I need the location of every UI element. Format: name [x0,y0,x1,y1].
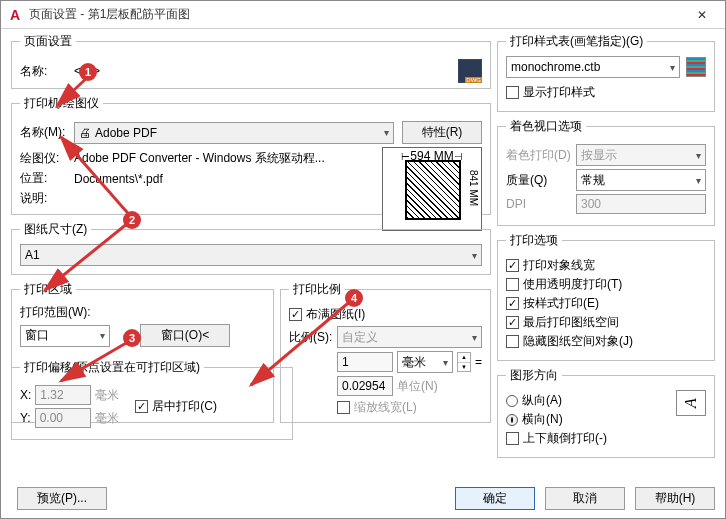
chevron-down-icon: ▾ [670,62,675,73]
y-input: 0.00 [35,408,91,428]
scale-lineweight-checkbox: 缩放线宽(L) [337,399,482,416]
landscape-radio[interactable]: 横向(N) [506,411,676,428]
x-label: X: [20,388,31,402]
paper-size-select[interactable]: A1 ▾ [20,244,482,266]
desc-label: 说明: [20,190,74,207]
plot-range-value: 窗口 [25,327,49,344]
close-icon: ✕ [697,8,707,22]
drawing-unit-label: 单位(N) [397,378,438,395]
printer-name-value: Adobe PDF [95,126,157,140]
page-setup-legend: 页面设置 [20,33,76,50]
window-title: 页面设置 - 第1层板配筋平面图 [29,6,679,23]
page-setup-name-value: <无> [74,63,458,80]
plotter-value: Adobe PDF Converter - Windows 系统驱动程... [74,150,325,167]
dpi-input: 300 [576,194,706,214]
x-unit: 毫米 [95,387,119,404]
chevron-down-icon: ▾ [443,357,448,368]
plot-lineweights-checkbox[interactable]: 打印对象线宽 [506,257,706,274]
quality-label: 质量(Q) [506,172,576,189]
printer-name-label: 名称(M): [20,124,74,141]
x-input: 1.32 [35,385,91,405]
window-button[interactable]: 窗口(O)< [140,324,230,347]
plot-scale-group: 打印比例 布满图纸(I) 比例(S): 自定义 ▾ 1 毫米▾ ▲▼ = [280,281,491,423]
plotter-label: 绘图仪: [20,150,74,167]
scale-lw-label: 缩放线宽(L) [354,399,417,416]
plot-style-group: 打印样式表(画笔指定)(G) monochrome.ctb ▾ 显示打印样式 [497,33,715,112]
scale-label: 比例(S): [289,329,337,346]
ok-button[interactable]: 确定 [455,487,535,510]
portrait-radio[interactable]: 纵向(A) [506,392,676,409]
plot-with-styles-checkbox[interactable]: 按样式打印(E) [506,295,706,312]
printer-name-select[interactable]: 🖨 Adobe PDF ▾ [74,122,394,144]
page-setup-dialog: A 页面设置 - 第1层板配筋平面图 ✕ 页面设置 名称: <无> 打印机/绘图… [0,0,726,519]
dwg-icon [458,59,482,83]
properties-button[interactable]: 特性(R) [402,121,482,144]
plot-offset-group: 打印偏移(原点设置在可打印区域) X:1.32毫米 Y:0.00毫米 居中打印(… [11,359,293,440]
hide-paperspace-objects-checkbox[interactable]: 隐藏图纸空间对象(J) [506,333,706,350]
plot-options-group: 打印选项 打印对象线宽 使用透明度打印(T) 按样式打印(E) 最后打印图纸空间… [497,232,715,361]
paper-height: 841 MM [468,170,479,206]
quality-select[interactable]: 常规▾ [576,169,706,191]
app-icon: A [7,7,23,23]
unit-spinner[interactable]: ▲▼ [457,352,471,372]
printer-legend: 打印机/绘图仪 [20,95,103,112]
plot-offset-legend: 打印偏移(原点设置在可打印区域) [20,359,204,376]
position-value: Documents\*.pdf [74,172,163,186]
orientation-icon: A [676,390,706,416]
show-styles-label: 显示打印样式 [523,84,595,101]
orientation-legend: 图形方向 [506,367,562,384]
unit-select[interactable]: 毫米▾ [397,351,453,373]
pdf-icon: 🖨 [79,126,91,140]
plot-paperspace-last-checkbox[interactable]: 最后打印图纸空间 [506,314,706,331]
cancel-button[interactable]: 取消 [545,487,625,510]
shade-plot-select: 按显示▾ [576,144,706,166]
paper-size-group: 图纸尺寸(Z) A1 ▾ [11,221,491,275]
chevron-down-icon: ▾ [384,127,389,138]
titlebar[interactable]: A 页面设置 - 第1层板配筋平面图 ✕ [1,1,725,29]
paper-size-legend: 图纸尺寸(Z) [20,221,91,238]
dpi-label: DPI [506,197,576,211]
chevron-down-icon: ▾ [696,150,701,161]
chevron-down-icon: ▾ [472,250,477,261]
scale-value: 自定义 [342,329,378,346]
center-plot-checkbox[interactable]: 居中打印(C) [135,384,217,429]
plot-area-legend: 打印区域 [20,281,76,298]
upside-down-checkbox[interactable]: 上下颠倒打印(-) [506,430,676,447]
shade-plot-label: 着色打印(D) [506,147,576,164]
plot-style-legend: 打印样式表(画笔指定)(G) [506,33,647,50]
chevron-down-icon: ▾ [100,330,105,341]
shade-viewport-legend: 着色视口选项 [506,118,586,135]
paper-preview: ⊢594 MM⊣ 841 MM [382,147,482,231]
y-unit: 毫米 [95,410,119,427]
help-button[interactable]: 帮助(H) [635,487,715,510]
plot-transparency-checkbox[interactable]: 使用透明度打印(T) [506,276,706,293]
plot-style-select[interactable]: monochrome.ctb ▾ [506,56,680,78]
y-label: Y: [20,411,31,425]
fit-label: 布满图纸(I) [306,306,365,323]
fit-to-paper-checkbox[interactable]: 布满图纸(I) [289,306,482,323]
plot-range-select[interactable]: 窗口 ▾ [20,325,110,347]
plot-style-value: monochrome.ctb [511,60,600,74]
close-button[interactable]: ✕ [679,1,725,29]
position-label: 位置: [20,170,74,187]
printer-group: 打印机/绘图仪 名称(M): 🖨 Adobe PDF ▾ 特性(R) 绘图仪:A… [11,95,491,215]
chevron-down-icon: ▾ [696,175,701,186]
plot-options-legend: 打印选项 [506,232,562,249]
scale-select: 自定义 ▾ [337,326,482,348]
center-label: 居中打印(C) [152,398,217,415]
orientation-group: 图形方向 纵向(A) 横向(N) 上下颠倒打印(-) A [497,367,715,458]
equals-label: = [475,355,482,369]
drawing-value-input[interactable]: 0.02954 [337,376,393,396]
show-plot-styles-checkbox[interactable]: 显示打印样式 [506,84,706,101]
page-setup-group: 页面设置 名称: <无> [11,33,491,89]
unit-value-input[interactable]: 1 [337,352,393,372]
chevron-down-icon: ▾ [472,332,477,343]
range-label: 打印范围(W): [20,304,265,321]
name-label: 名称: [20,63,74,80]
shade-viewport-group: 着色视口选项 着色打印(D)按显示▾ 质量(Q)常规▾ DPI300 [497,118,715,226]
paper-size-value: A1 [25,248,40,262]
preview-button[interactable]: 预览(P)... [17,487,107,510]
edit-style-button[interactable] [686,57,706,77]
plot-scale-legend: 打印比例 [289,281,345,298]
